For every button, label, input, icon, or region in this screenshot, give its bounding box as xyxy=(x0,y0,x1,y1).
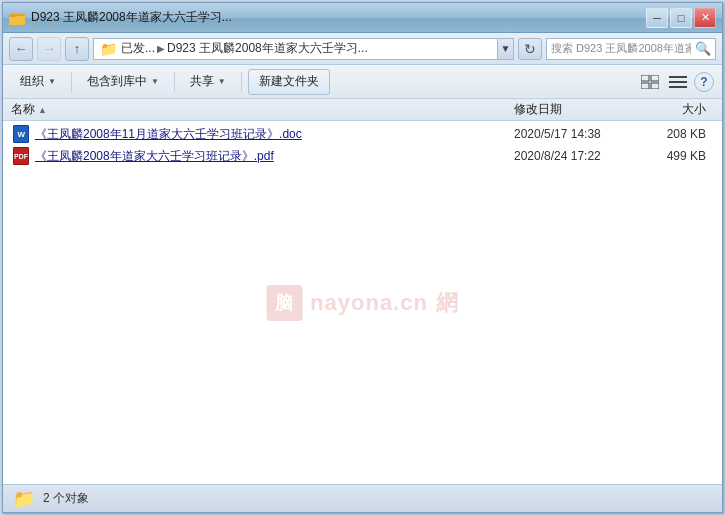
column-size-header[interactable]: 大小 xyxy=(644,101,714,118)
folder-nav-icon: 📁 xyxy=(100,41,117,57)
watermark-logo: 脑 xyxy=(266,285,302,321)
organize-chevron-icon: ▼ xyxy=(48,77,56,86)
watermark: 脑 nayona.cn 網 xyxy=(266,285,459,321)
pdf-file-icon: PDF xyxy=(11,147,31,165)
address-bar: ← → ↑ 📁 已发... ▶ D923 王凤麟2008年道家大六壬学习... … xyxy=(3,33,722,65)
table-row[interactable]: PDF 《王凤麟2008年道家大六壬学习班记录》.pdf 2020/8/24 1… xyxy=(3,145,722,167)
details-view-button[interactable] xyxy=(666,70,690,94)
share-label: 共享 xyxy=(190,73,214,90)
sort-arrow-icon: ▲ xyxy=(38,105,47,115)
column-name-header[interactable]: 名称 ▲ xyxy=(11,101,514,118)
svg-rect-8 xyxy=(669,81,687,83)
details-view-icon xyxy=(669,75,687,89)
search-placeholder: 搜索 D923 王凤麟2008年道家大六壬... xyxy=(551,41,691,56)
organize-label: 组织 xyxy=(20,73,44,90)
main-window: D923 王凤麟2008年道家大六壬学习... ─ □ ✕ ← → ↑ 📁 已发… xyxy=(2,2,723,513)
maximize-button[interactable]: □ xyxy=(670,8,692,28)
watermark-domain: nayona.cn xyxy=(310,290,428,315)
column-name-label: 名称 xyxy=(11,101,35,118)
toolbar-separator-2 xyxy=(174,72,175,92)
path-separator-1: ▶ xyxy=(157,43,165,54)
file-date-1: 2020/5/17 14:38 xyxy=(514,127,644,141)
column-headers: 名称 ▲ 修改日期 大小 xyxy=(3,99,722,121)
file-name-1: 《王凤麟2008年11月道家大六壬学习班记录》.doc xyxy=(35,126,514,143)
back-button[interactable]: ← xyxy=(9,37,33,61)
help-button[interactable]: ? xyxy=(694,72,714,92)
svg-rect-2 xyxy=(9,14,16,17)
window-title: D923 王凤麟2008年道家大六壬学习... xyxy=(31,9,232,26)
svg-rect-9 xyxy=(669,86,687,88)
address-dropdown-button[interactable]: ▼ xyxy=(498,38,514,60)
up-button[interactable]: ↑ xyxy=(65,37,89,61)
pdf-icon: PDF xyxy=(13,147,29,165)
doc-file-icon: W xyxy=(11,125,31,143)
path-part-1: 已发... xyxy=(121,40,155,57)
include-library-label: 包含到库中 xyxy=(87,73,147,90)
minimize-button[interactable]: ─ xyxy=(646,8,668,28)
table-row[interactable]: W 《王凤麟2008年11月道家大六壬学习班记录》.doc 2020/5/17 … xyxy=(3,123,722,145)
file-size-1: 208 KB xyxy=(644,127,714,141)
view-options-icon xyxy=(641,75,659,89)
toolbar-separator-1 xyxy=(71,72,72,92)
share-chevron-icon: ▼ xyxy=(218,77,226,86)
svg-rect-1 xyxy=(9,16,25,25)
file-date-2: 2020/8/24 17:22 xyxy=(514,149,644,163)
address-input[interactable]: 📁 已发... ▶ D923 王凤麟2008年道家大六壬学习... xyxy=(93,38,498,60)
toolbar-separator-3 xyxy=(241,72,242,92)
status-bar: 📁 2 个对象 xyxy=(3,484,722,512)
column-date-header[interactable]: 修改日期 xyxy=(514,101,644,118)
address-path: 已发... ▶ D923 王凤麟2008年道家大六壬学习... xyxy=(121,40,368,57)
title-bar: D923 王凤麟2008年道家大六壬学习... ─ □ ✕ xyxy=(3,3,722,33)
new-folder-button[interactable]: 新建文件夹 xyxy=(248,69,330,95)
refresh-button[interactable]: ↻ xyxy=(518,38,542,60)
toolbar-right: ? xyxy=(638,70,714,94)
include-library-chevron-icon: ▼ xyxy=(151,77,159,86)
title-bar-left: D923 王凤麟2008年道家大六壬学习... xyxy=(9,9,232,26)
forward-button[interactable]: → xyxy=(37,37,61,61)
svg-rect-6 xyxy=(651,83,659,89)
watermark-logo-text: 脑 xyxy=(275,291,293,315)
share-button[interactable]: 共享 ▼ xyxy=(181,69,235,95)
search-icon[interactable]: 🔍 xyxy=(695,41,711,56)
search-box[interactable]: 搜索 D923 王凤麟2008年道家大六壬... 🔍 xyxy=(546,38,716,60)
status-folder-icon: 📁 xyxy=(13,488,35,510)
include-library-button[interactable]: 包含到库中 ▼ xyxy=(78,69,168,95)
doc-icon: W xyxy=(13,125,29,143)
main-content: W 《王凤麟2008年11月道家大六壬学习班记录》.doc 2020/5/17 … xyxy=(3,121,722,484)
svg-rect-3 xyxy=(641,75,649,81)
svg-rect-7 xyxy=(669,76,687,78)
close-button[interactable]: ✕ xyxy=(694,8,716,28)
watermark-suffix: 網 xyxy=(436,288,459,318)
svg-rect-4 xyxy=(651,75,659,81)
view-options-button[interactable] xyxy=(638,70,662,94)
organize-button[interactable]: 组织 ▼ xyxy=(11,69,65,95)
file-name-2: 《王凤麟2008年道家大六壬学习班记录》.pdf xyxy=(35,148,514,165)
svg-rect-5 xyxy=(641,83,649,89)
file-size-2: 499 KB xyxy=(644,149,714,163)
window-controls: ─ □ ✕ xyxy=(646,8,716,28)
path-part-2: D923 王凤麟2008年道家大六壬学习... xyxy=(167,40,368,57)
status-count: 2 个对象 xyxy=(43,490,89,507)
watermark-site-text: nayona.cn xyxy=(310,290,428,316)
toolbar: 组织 ▼ 包含到库中 ▼ 共享 ▼ 新建文件夹 xyxy=(3,65,722,99)
file-list: W 《王凤麟2008年11月道家大六壬学习班记录》.doc 2020/5/17 … xyxy=(3,121,722,169)
window-icon xyxy=(9,10,25,26)
